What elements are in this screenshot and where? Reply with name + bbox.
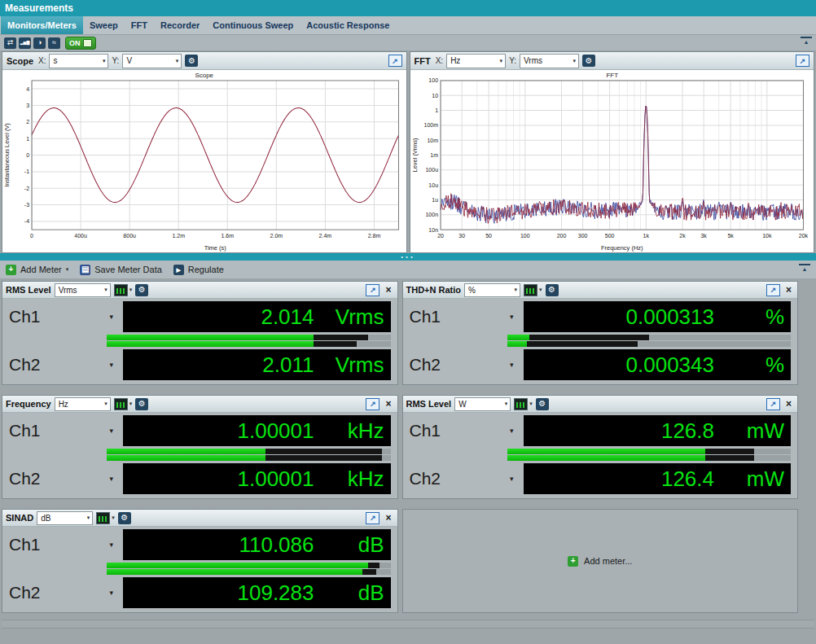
gauge-icon[interactable]: ◑	[33, 37, 46, 49]
svg-text:0: 0	[26, 152, 29, 158]
level-bar-peak	[705, 455, 753, 461]
svg-text:100: 100	[428, 77, 438, 83]
scope-y-unit-select[interactable]: V ▾	[122, 54, 182, 68]
save-meter-data-button[interactable]: ▤ Save Meter Data	[80, 265, 162, 275]
meter-unit: kHz	[314, 467, 384, 492]
fft-chart[interactable]: FFT2030501002003005001k2k3k5k10k20k10010…	[410, 70, 814, 252]
level-bar-ch1	[107, 563, 391, 568]
svg-text:300: 300	[577, 233, 587, 239]
svg-text:400u: 400u	[74, 233, 87, 239]
close-icon[interactable]: ×	[383, 398, 393, 410]
gear-icon[interactable]: ⚙	[185, 55, 198, 67]
popout-icon[interactable]: ↗	[388, 55, 402, 67]
charts-meters-splitter[interactable]: •••	[0, 253, 816, 261]
meter-style-select[interactable]: ▾	[114, 284, 133, 296]
popout-icon[interactable]: ↗	[366, 284, 379, 296]
meter-style-select[interactable]: ▾	[96, 512, 115, 524]
meter-style-select[interactable]: ▾	[514, 398, 533, 410]
fft-y-unit-select[interactable]: Vrms ▾	[520, 54, 579, 68]
fft-x-unit-select[interactable]: Hz ▾	[446, 54, 506, 68]
collapse-panel-icon[interactable]: ▲	[801, 37, 812, 49]
svg-text:2.8m: 2.8m	[368, 233, 381, 239]
tab-acoustic-response[interactable]: Acoustic Response	[300, 16, 396, 34]
channel-select-ch2[interactable]: Ch2 ▾	[2, 349, 123, 380]
add-meter-button[interactable]: + Add Meter ▾	[6, 265, 68, 275]
level-bar-fill	[507, 449, 706, 454]
scope-x-unit-select[interactable]: s ▾	[49, 54, 108, 68]
popout-icon[interactable]: ↗	[766, 398, 780, 410]
scope-chart[interactable]: Scope0400u800u1.2m1.6m2.0m2.4m2.8m43210-…	[2, 70, 406, 252]
close-icon[interactable]: ×	[383, 512, 393, 524]
meter-title: RMS Level	[406, 399, 452, 409]
popout-icon[interactable]: ↗	[366, 398, 379, 410]
close-icon[interactable]: ×	[383, 284, 393, 296]
bar-meter-icon[interactable]: ▂▅▇	[19, 37, 31, 49]
channel-select-ch1[interactable]: Ch1 ▾	[403, 301, 524, 332]
close-icon[interactable]: ×	[783, 398, 794, 410]
svg-text:20k: 20k	[798, 233, 808, 239]
channel-select-ch1[interactable]: Ch1 ▾	[2, 301, 123, 332]
meter-unit-select[interactable]: Vrms ▾	[55, 283, 111, 297]
meter-unit-select[interactable]: dB ▾	[37, 511, 93, 525]
meter-style-select[interactable]: ▾	[524, 284, 542, 296]
channel-select-ch2[interactable]: Ch2 ▾	[403, 463, 524, 494]
channel-select-ch2[interactable]: Ch2 ▾	[403, 349, 524, 380]
meter-grid: RMS Level Vrms ▾ ▾ ⚙ ↗ × Ch1 ▾ 2.014 Vrm…	[0, 279, 816, 613]
fft-x-label: X:	[436, 56, 443, 65]
chevron-down-icon: ▾	[573, 58, 577, 64]
svg-text:1m: 1m	[430, 152, 438, 158]
channel-select-ch1[interactable]: Ch1 ▾	[2, 529, 123, 560]
generator-on-toggle[interactable]: ON	[65, 37, 96, 50]
close-icon[interactable]: ×	[783, 284, 794, 296]
svg-text:10k: 10k	[762, 233, 772, 239]
gear-icon[interactable]: ⚙	[582, 55, 595, 67]
chevron-down-icon: ▾	[109, 427, 113, 435]
meter-unit-select[interactable]: % ▾	[464, 283, 520, 297]
gear-icon[interactable]: ⚙	[135, 284, 148, 296]
svg-text:100u: 100u	[425, 167, 438, 173]
tab-continuous-sweep[interactable]: Continuous Sweep	[206, 16, 300, 34]
channel-name: Ch1	[410, 307, 441, 326]
bottom-splitter[interactable]	[2, 620, 814, 629]
popout-icon[interactable]: ↗	[766, 284, 780, 296]
plus-icon: +	[6, 265, 16, 275]
channel-select-ch1[interactable]: Ch1 ▾	[2, 415, 123, 446]
meter-unit-select[interactable]: W ▾	[454, 397, 511, 411]
tab-fft[interactable]: FFT	[125, 16, 154, 34]
collapse-meters-icon[interactable]: ▲	[799, 264, 810, 276]
gear-icon[interactable]: ⚙	[536, 398, 549, 410]
add-meter-placeholder[interactable]: + Add meter...	[402, 509, 799, 613]
waveform-icon[interactable]: ≈	[48, 37, 60, 49]
chevron-down-icon: ▾	[103, 58, 106, 64]
svg-text:-3: -3	[24, 202, 29, 208]
tab-sweep[interactable]: Sweep	[83, 16, 125, 34]
save-icon: ▤	[80, 265, 90, 275]
io-routing-icon[interactable]: ⇄	[4, 37, 16, 49]
meter-header: RMS Level W ▾ ▾ ⚙ ↗ ×	[403, 396, 798, 413]
tab-monitors-meters[interactable]: Monitors/Meters	[1, 16, 83, 34]
meter-unit-select[interactable]: Hz ▾	[55, 397, 111, 411]
meter-style-select[interactable]: ▾	[114, 398, 133, 410]
svg-text:10: 10	[432, 93, 438, 99]
chevron-down-icon: ▾	[515, 287, 518, 293]
gear-icon[interactable]: ⚙	[118, 512, 131, 524]
chevron-down-icon: ▾	[109, 361, 113, 369]
popout-icon[interactable]: ↗	[796, 55, 809, 67]
regulate-button[interactable]: ▶ Regulate	[173, 265, 224, 275]
gear-icon[interactable]: ⚙	[546, 284, 559, 296]
channel-select-ch2[interactable]: Ch2 ▾	[2, 463, 123, 494]
popout-icon[interactable]: ↗	[366, 512, 379, 524]
channel-select-ch1[interactable]: Ch1 ▾	[403, 415, 524, 446]
panel-title: Measurements	[5, 2, 73, 14]
meter-unit-value: Hz	[59, 400, 68, 409]
meter-unit: dB	[314, 580, 384, 606]
meter-unit: %	[714, 304, 784, 330]
chevron-down-icon: ▾	[104, 401, 107, 407]
channel-select-ch2[interactable]: Ch2 ▾	[2, 577, 123, 608]
meter-body: Ch1 ▾ 110.086 dB Ch2 ▾ 109.283 dB	[2, 527, 397, 612]
gear-icon[interactable]: ⚙	[135, 398, 148, 410]
monitor-toolbar: ⇄ ▂▅▇ ◑ ≈ ON ▲	[0, 35, 816, 51]
svg-text:10m: 10m	[427, 138, 438, 143]
tab-recorder[interactable]: Recorder	[154, 16, 206, 34]
channel-name: Ch1	[9, 535, 41, 554]
